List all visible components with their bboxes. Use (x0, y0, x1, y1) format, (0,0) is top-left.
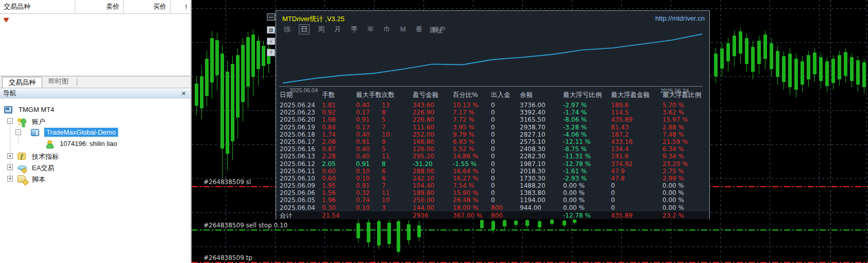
stats-col-header: 出入金 (491, 91, 520, 100)
stats-cell: 252.00 (413, 131, 453, 138)
check-button[interactable]: √ (267, 38, 275, 45)
col-header-buy[interactable]: 买价 (124, 0, 171, 13)
candlestick (776, 51, 779, 77)
symbol-cell: XAUUSD (0, 14, 75, 26)
stats-cell: 0.10 (356, 168, 382, 175)
stats-row: 2025.06.091.950.917104.407.54 %01488.200… (280, 182, 707, 189)
stats-cell: 0.92 (322, 109, 356, 116)
stats-cell: 6 (382, 175, 413, 182)
collapse-icon[interactable]: - (15, 129, 21, 135)
stats-cell: -2.97 % (563, 102, 611, 109)
navigator-title: 导航 (3, 89, 16, 98)
stats-cell: 3392.40 (520, 109, 563, 116)
candlestick (745, 38, 748, 64)
col-header-sell[interactable]: 卖价 (75, 0, 124, 13)
candlestick (733, 36, 736, 56)
stats-cell: 0 (491, 145, 520, 153)
stats-cell: 2827.10 (520, 131, 563, 138)
stats-cell: 1730.30 (520, 175, 563, 182)
stats-cell: 0.10 (356, 175, 382, 182)
stats-cell: 2282.30 (520, 153, 563, 160)
stats-date-cell: 2025.06.16 (280, 145, 322, 153)
stats-cell: 2408.30 (520, 145, 563, 153)
col-header-symbol[interactable]: 交易品种 (0, 0, 75, 13)
stats-cell: 1.56 (322, 189, 356, 196)
stats-cell: 15.90 % (453, 189, 491, 196)
stats-cell: 9.34 % (662, 153, 707, 160)
stats-cell: 0.00 % (662, 189, 707, 196)
symbol-down-arrow-icon (4, 18, 9, 22)
stats-date-cell: 2025.06.10 (280, 175, 322, 182)
stats-cell: 0.00 % (563, 196, 611, 204)
sidebar-item-indicator[interactable]: +ƒ技术指标 (0, 151, 191, 161)
stats-cell: -11.31 % (563, 153, 611, 160)
signature-button[interactable]: ▨ (267, 26, 275, 34)
price-chart[interactable]: #264838509 sl#264838509 sell stop 0.10#2… (192, 0, 868, 263)
stats-cell: 0 (611, 182, 662, 189)
sidebar-item-ea[interactable]: +EA交易 (0, 162, 191, 173)
expand-icon[interactable]: + (7, 165, 13, 170)
sidebar-item-person[interactable]: 1074196: shilin liao (0, 139, 191, 149)
stats-cell: 2938.70 (520, 124, 563, 131)
stats-cell: 0.10 (356, 204, 382, 211)
candlestick (807, 55, 810, 79)
stats-cell: 0.91 (356, 182, 382, 189)
stats-cell: 5.70 % (662, 102, 707, 109)
stats-date-cell: 2025.06.12 (280, 160, 322, 168)
sidebar-item-script[interactable]: +脚本 (0, 174, 191, 184)
candlestick (231, 64, 234, 141)
stats-cell: 10 (382, 131, 413, 138)
grid-line-vertical (819, 0, 820, 263)
stats-cell: 166.80 (413, 138, 453, 145)
stats-cell: 0 (491, 138, 520, 145)
expand-icon[interactable]: + (7, 176, 13, 182)
stats-col-header: 最大浮盈比例 (662, 91, 707, 100)
stats-cell: -4.06 % (563, 131, 611, 138)
stats-row: 2025.06.132.280.4011295.2014.86 %02282.3… (280, 153, 707, 160)
stats-cell: 189.80 (413, 189, 453, 196)
script-icon (18, 175, 26, 183)
tab-market-watch[interactable]: 交易品种 (2, 77, 42, 88)
candlestick (241, 45, 245, 102)
stats-cell: 0.87 (322, 145, 356, 153)
stats-cell: 2.08 (322, 138, 356, 145)
sidebar-item-server[interactable]: -TradeMaxGlobal-Demo (0, 127, 191, 138)
stats-cell: 15.97 % (662, 116, 707, 123)
sidebar-item-accounts[interactable]: -账户 (0, 116, 191, 126)
stats-cell: 2.05 (322, 160, 356, 168)
stats-cell: 0.00 % (662, 204, 707, 211)
candlestick (387, 223, 391, 244)
market-watch-row-xauusd[interactable]: XAUUSD 3330.69 3331.01 32 (0, 14, 191, 26)
stats-cell: 0.17 (356, 109, 382, 116)
stats-row: 2025.06.230.920.178226.907.17 %03392.40-… (280, 109, 707, 116)
stats-total-cell: 367.00 % (453, 212, 491, 219)
navigator-close-icon[interactable]: × (180, 90, 188, 96)
stats-date-cell: 2025.06.20 (280, 116, 322, 123)
sidebar-item-platform[interactable]: TMGM MT4 (0, 105, 191, 115)
stats-total-cell: 435.89 (611, 212, 662, 219)
minimize-button[interactable]: — (267, 13, 275, 21)
stats-date-cell: 2025.06.06 (280, 189, 322, 196)
stats-date-cell: 2025.06.13 (280, 153, 322, 160)
stats-total-row: 合计21.542936367.00 %800-12.78 %435.8923.2… (277, 211, 709, 219)
stats-cell: 0 (491, 182, 520, 189)
stats-cell: -1.55 % (453, 160, 491, 168)
grid-line-horizontal (192, 8, 868, 9)
order-line-sell-stop[interactable] (192, 229, 868, 231)
candlestick (714, 54, 718, 76)
expand-icon[interactable]: + (7, 153, 13, 159)
col-header-spread[interactable]: ! (171, 0, 191, 13)
help-button[interactable]: ? (267, 49, 275, 56)
stats-cell: 7 (382, 182, 413, 189)
stats-cell: 2.28 (322, 153, 356, 160)
collapse-icon[interactable]: - (7, 118, 13, 124)
stats-cell: 114.5 (611, 109, 662, 116)
candlestick (726, 43, 730, 61)
candlestick (377, 221, 381, 245)
panel-url-link[interactable]: http://mtdriver.cn (655, 14, 705, 22)
candlestick (770, 43, 773, 69)
stats-cell: 0.40 (356, 153, 382, 160)
candlestick (819, 57, 823, 81)
tab-tick-chart[interactable]: 即时图 (42, 76, 75, 88)
candlestick (407, 224, 411, 240)
